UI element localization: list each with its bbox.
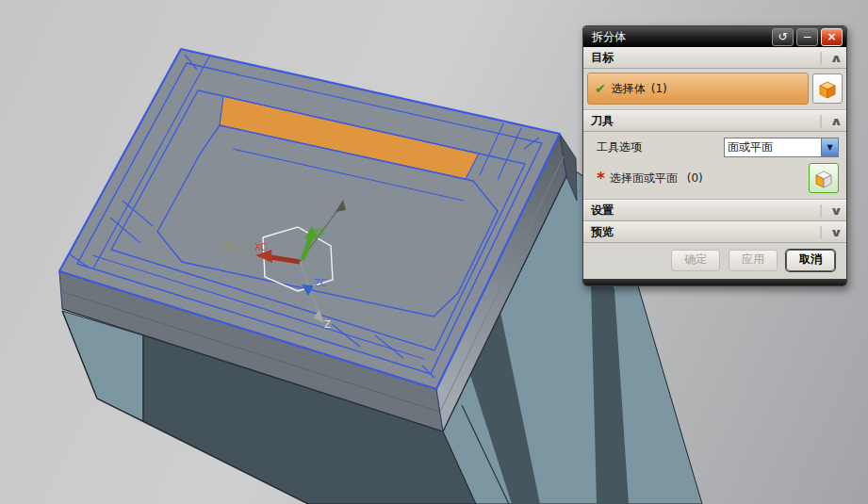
chevron-up-icon[interactable]: ∧ (820, 52, 850, 65)
ok-button[interactable]: 确定 (671, 250, 720, 271)
close-icon[interactable]: × (821, 28, 843, 46)
select-body-icon-button[interactable] (812, 73, 843, 104)
tool-option-label: 工具选项 (597, 139, 724, 155)
z-axis-label: ZC (314, 278, 327, 288)
y-axis-label: YC (314, 227, 325, 236)
select-face-label: 选择面或平面 (0) (610, 171, 809, 187)
dialog-title: 拆分体 (583, 29, 772, 45)
body-cube-icon (817, 78, 838, 99)
apply-button[interactable]: 应用 (729, 250, 778, 271)
z-far-label: Z (324, 319, 331, 330)
chevron-up-icon[interactable]: ∧ (820, 115, 850, 128)
cancel-button[interactable]: 取消 (786, 250, 835, 271)
chevron-down-icon[interactable]: ∨ (820, 226, 850, 239)
dropdown-arrow-icon[interactable]: ▼ (821, 138, 838, 156)
dialog-resize-bar[interactable] (583, 279, 846, 285)
group-header-target[interactable]: 目标 ∧ (583, 47, 846, 69)
tool-group-label: 刀具 (583, 113, 825, 129)
select-body-label: 选择体 (612, 81, 646, 97)
dialog-titlebar[interactable]: 拆分体 ↺ − × (583, 26, 846, 47)
select-body-row[interactable]: ✔ 选择体 (1) (587, 73, 809, 105)
minimize-icon[interactable]: − (796, 28, 818, 46)
check-icon: ✔ (595, 81, 606, 96)
target-group-label: 目标 (583, 50, 825, 66)
tool-option-value: 面或平面 (725, 138, 821, 156)
select-face-count: (0) (687, 171, 703, 185)
select-body-count: (1) (651, 82, 667, 95)
preview-group-label: 预览 (583, 224, 825, 240)
application-window: XC YC ZC Z 拆分体 ↺ − × 目标 ∧ ✔ (0, 0, 868, 504)
select-face-icon-button[interactable] (809, 163, 839, 193)
dialog-button-row: 确定 应用 取消 (583, 243, 846, 279)
chevron-down-icon[interactable]: ∨ (820, 204, 850, 218)
settings-group-label: 设置 (583, 203, 825, 219)
required-asterisk-icon: * (597, 173, 605, 183)
group-header-tool[interactable]: 刀具 ∧ (583, 110, 846, 132)
split-body-dialog: 拆分体 ↺ − × 目标 ∧ ✔ 选择体 (1) (582, 25, 847, 286)
group-header-preview[interactable]: 预览 ∨ (583, 221, 846, 243)
reset-icon[interactable]: ↺ (772, 28, 794, 46)
face-plane-cube-icon (813, 168, 834, 188)
group-header-settings[interactable]: 设置 ∨ (583, 200, 846, 221)
x-axis-label: XC (254, 242, 267, 252)
tool-option-dropdown[interactable]: 面或平面 ▼ (724, 138, 839, 157)
